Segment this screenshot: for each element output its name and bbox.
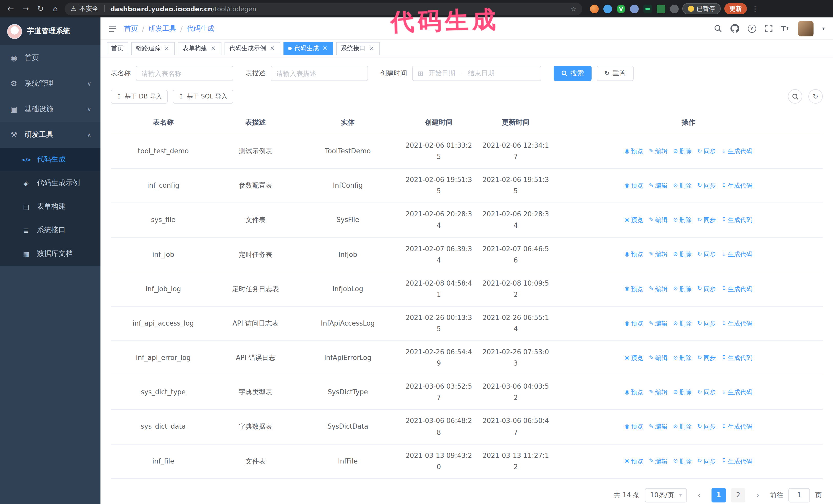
edit-link[interactable]: ✎编辑 [649,215,667,225]
extensions-puzzle-icon[interactable] [670,4,679,13]
close-icon[interactable]: × [368,45,375,52]
edit-link[interactable]: ✎编辑 [649,422,667,432]
sync-link[interactable]: ↻同步 [697,249,716,260]
sidebar-item-home[interactable]: ◉ 首页 [0,45,100,71]
preview-link[interactable]: ◉预览 [625,181,643,191]
delete-link[interactable]: ⊘删除 [673,146,691,157]
delete-link[interactable]: ⊘删除 [673,318,691,329]
font-size-icon[interactable]: TT [781,24,789,32]
extension-pine-icon[interactable] [657,4,665,13]
generate-code-link[interactable]: ↧生成代码 [721,215,752,225]
close-icon[interactable]: × [163,45,170,52]
tab-form-builder[interactable]: 表单构建 × [178,42,221,55]
generate-code-link[interactable]: ↧生成代码 [721,249,752,260]
preview-link[interactable]: ◉预览 [625,387,643,398]
delete-link[interactable]: ⊘删除 [673,215,691,225]
help-icon[interactable]: ? [748,24,756,32]
sync-link[interactable]: ↻同步 [697,318,716,329]
breadcrumb-home[interactable]: 首页 [124,24,138,33]
edit-link[interactable]: ✎编辑 [649,146,667,157]
preview-link[interactable]: ◉预览 [625,318,643,329]
search-icon[interactable] [714,25,721,32]
sidebar-item-devtools[interactable]: ⚒ 研发工具 ∧ [0,122,100,148]
forward-icon[interactable]: → [20,4,31,13]
url-text[interactable]: dashboard.yudao.iocoder.cn/tool/codegen [111,5,257,13]
edit-link[interactable]: ✎编辑 [649,181,667,191]
generate-code-link[interactable]: ↧生成代码 [721,422,752,432]
edit-link[interactable]: ✎编辑 [649,284,667,294]
generate-code-link[interactable]: ↧生成代码 [721,181,752,191]
avatar-caret-icon[interactable]: ▾ [822,26,825,31]
refresh-table-button[interactable]: ↻ [808,89,823,103]
kebab-menu-icon[interactable]: ⋮ [751,5,760,13]
fullscreen-icon[interactable] [765,25,772,32]
back-icon[interactable]: ← [5,4,17,13]
hamburger-icon[interactable] [109,25,117,32]
bookmark-star-icon[interactable]: ☆ [570,5,576,13]
search-button[interactable]: 搜索 [554,66,592,81]
edit-link[interactable]: ✎编辑 [649,318,667,329]
extension-people-icon[interactable] [630,4,639,13]
prev-page-button[interactable]: ‹ [692,488,706,502]
tab-codegen[interactable]: 代码生成 × [284,42,333,55]
import-sql-button[interactable]: ↥ 基于 SQL 导入 [173,90,233,103]
tab-home[interactable]: 首页 [106,42,128,55]
sync-link[interactable]: ↻同步 [697,215,716,225]
delete-link[interactable]: ⊘删除 [673,353,691,363]
page-button-1[interactable]: 1 [712,488,726,502]
goto-page-input[interactable] [788,488,810,502]
generate-code-link[interactable]: ↧生成代码 [721,146,752,157]
extension-green-icon[interactable]: V [617,4,625,13]
extension-dark-icon[interactable] [643,4,652,13]
sync-link[interactable]: ↻同步 [697,146,716,157]
delete-link[interactable]: ⊘删除 [673,284,691,294]
preview-link[interactable]: ◉预览 [625,284,643,294]
reload-icon[interactable]: ↻ [35,4,46,13]
generate-code-link[interactable]: ↧生成代码 [721,456,752,466]
paused-badge[interactable]: 已暂停 [682,3,721,14]
address-bar[interactable]: ⚠ 不安全 dashboard.yudao.iocoder.cn/tool/co… [65,2,582,15]
delete-link[interactable]: ⊘删除 [673,387,691,398]
sidebar-item-codegen-example[interactable]: ◈ 代码生成示例 [0,171,100,195]
tab-tracing[interactable]: 链路追踪 × [131,42,175,55]
sync-link[interactable]: ↻同步 [697,284,716,294]
preview-link[interactable]: ◉预览 [625,422,643,432]
github-icon[interactable] [730,24,739,33]
sidebar-item-form-builder[interactable]: ▤ 表单构建 [0,195,100,218]
generate-code-link[interactable]: ↧生成代码 [721,318,752,329]
delete-link[interactable]: ⊘删除 [673,181,691,191]
reset-button[interactable]: ↻ 重置 [597,66,634,81]
delete-link[interactable]: ⊘删除 [673,249,691,260]
home-icon[interactable]: ⌂ [50,4,61,13]
security-label[interactable]: 不安全 [79,4,99,13]
sidebar-item-infrastructure[interactable]: ▣ 基础设施 ∨ [0,96,100,122]
edit-link[interactable]: ✎编辑 [649,353,667,363]
edit-link[interactable]: ✎编辑 [649,456,667,466]
page-size-select[interactable]: 10条/页 ▾ [645,488,687,502]
generate-code-link[interactable]: ↧生成代码 [721,284,752,294]
sidebar-item-db-doc[interactable]: ▦ 数据库文档 [0,242,100,266]
extension-fox-icon[interactable] [590,4,599,13]
sidebar-item-codegen[interactable]: </> 代码生成 [0,148,100,171]
preview-link[interactable]: ◉预览 [625,353,643,363]
sync-link[interactable]: ↻同步 [697,387,716,398]
sidebar-item-system-api[interactable]: ≣ 系统接口 [0,218,100,242]
start-date-placeholder[interactable]: 开始日期 [429,69,455,78]
end-date-placeholder[interactable]: 结束日期 [468,69,494,78]
tab-codegen-example[interactable]: 代码生成示例 × [224,42,280,55]
page-button-2[interactable]: 2 [731,488,745,502]
close-icon[interactable]: × [322,45,329,52]
table-desc-input[interactable] [271,66,368,81]
avatar[interactable] [798,21,813,36]
import-db-button[interactable]: ↥ 基于 DB 导入 [111,90,168,103]
extension-drop-icon[interactable] [603,4,612,13]
generate-code-link[interactable]: ↧生成代码 [721,353,752,363]
edit-link[interactable]: ✎编辑 [649,249,667,260]
breadcrumb-devtools[interactable]: 研发工具 [148,24,176,33]
generate-code-link[interactable]: ↧生成代码 [721,387,752,398]
preview-link[interactable]: ◉预览 [625,249,643,260]
sync-link[interactable]: ↻同步 [697,353,716,363]
close-icon[interactable]: × [210,45,217,52]
date-range-picker[interactable]: ⊞ 开始日期 - 结束日期 [412,66,541,81]
sync-link[interactable]: ↻同步 [697,422,716,432]
